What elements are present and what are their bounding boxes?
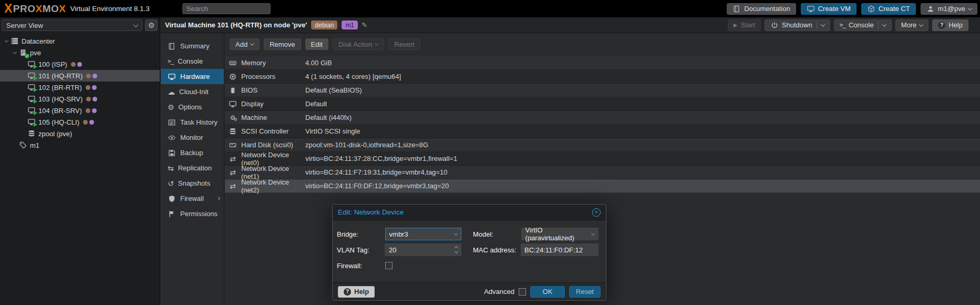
documentation-button[interactable]: Documentation — [727, 3, 796, 15]
tab-summary[interactable]: Summary — [161, 38, 224, 54]
view-selector[interactable]: Server View — [2, 19, 142, 31]
create-ct-button[interactable]: Create CT — [861, 3, 916, 15]
close-icon[interactable]: × — [592, 208, 601, 217]
tab-label: Backup — [180, 149, 203, 157]
reset-button[interactable]: Reset — [569, 286, 601, 298]
vlan-input[interactable] — [385, 243, 462, 256]
edit-tags-pencil-icon[interactable]: ✎ — [362, 21, 367, 29]
tab-permissions[interactable]: Permissions — [161, 206, 224, 221]
tab-cloud-init[interactable]: ☁ Cloud-Init — [161, 84, 224, 99]
resource-tree: Datacenter ✓ pve 100 (ISP) 101 (HQ-RTR) … — [0, 35, 160, 151]
tab-task-history[interactable]: Task History — [161, 115, 224, 130]
logo-text: X — [59, 3, 66, 15]
tab-monitor[interactable]: Monitor — [161, 130, 224, 145]
mac-input[interactable] — [521, 243, 599, 256]
dialog-help-button[interactable]: ? Help — [338, 286, 375, 298]
revert-button[interactable]: Revert — [388, 38, 420, 50]
tab-replication[interactable]: ⇆ Replication — [161, 160, 224, 176]
tag-dot-m1 — [92, 85, 97, 90]
tree-item-label: Datacenter — [22, 37, 55, 45]
datacenter-icon — [11, 37, 19, 45]
table-row-net0[interactable]: ⇄ Network Device (net0) virtio=BC:24:11:… — [225, 152, 980, 166]
tab-snapshots[interactable]: ↺ Snapshots — [161, 176, 224, 191]
firewall-checkbox[interactable] — [385, 262, 393, 269]
dialog-header[interactable]: Edit: Network Device × — [333, 205, 606, 220]
remove-button[interactable]: Remove — [264, 38, 301, 50]
table-row-processors[interactable]: Processors 4 (1 sockets, 4 cores) [qemu6… — [225, 70, 980, 84]
tab-options[interactable]: ⚙ Options — [161, 99, 224, 115]
advanced-checkbox[interactable] — [519, 288, 526, 296]
tree-item-pve[interactable]: ✓ pve — [0, 47, 160, 58]
expander-icon[interactable] — [13, 50, 16, 54]
spin-down-icon[interactable] — [455, 250, 458, 253]
tab-console[interactable]: >_ Console — [161, 54, 224, 69]
create-vm-button[interactable]: Create VM — [801, 3, 857, 15]
row-label: BIOS — [241, 86, 305, 94]
user-menu-button[interactable]: m1@pve — [921, 3, 977, 15]
ok-button[interactable]: OK — [530, 286, 565, 298]
hardware-table: Memory 4.00 GiB Processors 4 (1 sockets,… — [225, 56, 980, 193]
top-bar: XPROXMOX Virtual Environment 8.1.3 Docum… — [0, 0, 980, 17]
tree-item-vm-104[interactable]: 104 (BR-SRV) — [0, 105, 160, 116]
disk-action-button[interactable]: Disk Action — [333, 38, 384, 50]
start-button[interactable]: ▶ Start — [728, 19, 761, 31]
more-button[interactable]: More — [895, 19, 929, 31]
table-row-machine[interactable]: ⚙⚙ Machine Default (i440fx) — [225, 111, 980, 125]
table-row-scsi-controller[interactable]: SCSI Controller VirtIO SCSI single — [225, 125, 980, 138]
shutdown-label: Shutdown — [782, 21, 812, 29]
chevron-down-icon — [968, 6, 972, 10]
vlan-stepper[interactable] — [385, 243, 461, 256]
row-value: VirtIO SCSI single — [305, 127, 360, 135]
tree-item-vm-105[interactable]: 105 (HQ-CLI) — [0, 116, 160, 128]
dialog-help-label: Help — [354, 288, 369, 296]
gears-icon: ⚙⚙ — [229, 114, 237, 122]
tab-label: Snapshots — [178, 179, 210, 187]
sync-arrows-icon: ⇆ — [168, 165, 174, 172]
cpu-icon — [229, 73, 237, 81]
chevron-down-icon — [250, 41, 254, 45]
table-row-net1[interactable]: ⇄ Network Device (net1) virtio=BC:24:11:… — [225, 166, 980, 179]
tree-item-vm-102[interactable]: 102 (BR-RTR) — [0, 82, 160, 93]
table-row-hard-disk[interactable]: Hard Disk (scsi0) zpool:vm-101-disk-0,io… — [225, 138, 980, 152]
tag-badge-debian[interactable]: debian — [311, 21, 337, 29]
history-icon: ↺ — [168, 180, 174, 187]
table-row-bios[interactable]: BIOS Default (SeaBIOS) — [225, 84, 980, 97]
model-combo[interactable]: VirtIO (paravirtualized) — [521, 228, 599, 240]
ok-label: OK — [543, 288, 553, 296]
spinner-icons[interactable] — [455, 247, 458, 253]
add-button[interactable]: Add — [230, 38, 260, 50]
chevron-down-icon[interactable] — [882, 22, 886, 26]
tab-label: Replication — [178, 164, 212, 172]
help-button[interactable]: ? Help — [932, 19, 968, 31]
tree-item-vm-103[interactable]: 103 (HQ-SRV) — [0, 93, 160, 105]
tag-badge-m1[interactable]: m1 — [342, 21, 358, 29]
gear-icon: ⚙ — [148, 22, 155, 29]
bridge-combo[interactable]: vmbr3 — [385, 228, 461, 240]
terminal-icon: >_ — [168, 58, 173, 65]
tree-item-vm-100[interactable]: 100 (ISP) — [0, 58, 160, 70]
tree-item-storage-zpool[interactable]: zpool (pve) — [0, 128, 160, 139]
edit-button[interactable]: Edit — [305, 38, 328, 50]
chevron-down-icon[interactable] — [454, 231, 458, 235]
tree-item-vm-101[interactable]: 101 (HQ-RTR) — [0, 70, 160, 82]
search-input[interactable] — [182, 3, 271, 14]
chevron-down-icon[interactable] — [591, 231, 595, 235]
table-row-display[interactable]: Display Default — [225, 97, 980, 111]
tab-firewall[interactable]: Firewall — [161, 191, 224, 206]
expander-icon[interactable] — [4, 38, 8, 42]
question-icon: ? — [344, 288, 351, 296]
tree-item-tag-m1[interactable]: m1 — [0, 139, 160, 151]
tab-backup[interactable]: Backup — [161, 145, 224, 160]
monitor-icon — [229, 100, 237, 108]
shutdown-button[interactable]: Shutdown — [765, 19, 830, 31]
chevron-down-icon[interactable] — [820, 22, 824, 26]
chip-icon — [229, 86, 237, 95]
tree-item-label: 105 (HQ-CLI) — [38, 118, 79, 126]
tree-item-datacenter[interactable]: Datacenter — [0, 35, 160, 47]
console-button[interactable]: >_ Console — [834, 19, 892, 31]
table-row-memory[interactable]: Memory 4.00 GiB — [225, 56, 980, 70]
row-label: Processors — [241, 73, 305, 80]
sidebar-gear-button[interactable]: ⚙ — [145, 19, 158, 31]
tab-hardware[interactable]: Hardware — [161, 69, 224, 84]
table-row-net2[interactable]: ⇄ Network Device (net2) virtio=BC:24:11:… — [225, 179, 980, 193]
